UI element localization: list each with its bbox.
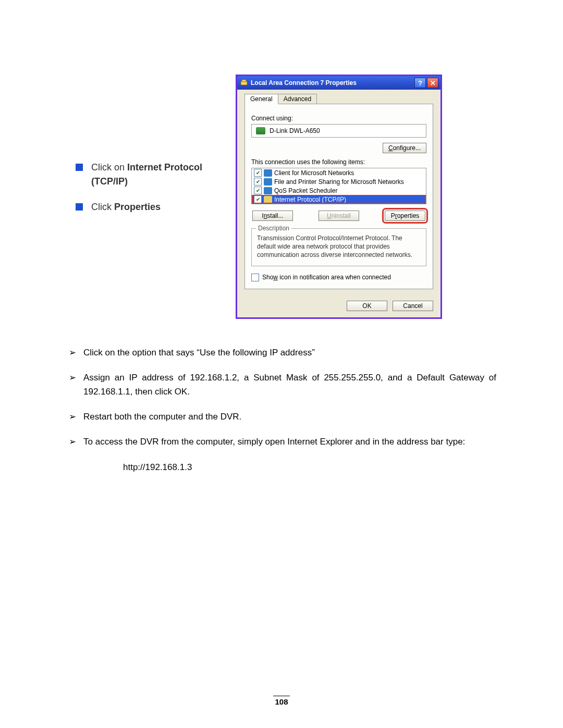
step-2: ➢ Assign an IP address of 192.168.1.2, a… [69,371,496,399]
arrow-bullet-icon: ➢ [69,346,83,360]
item-file-printer-sharing[interactable]: File and Printer Sharing for Microsoft N… [252,177,426,186]
description-text: Transmission Control Protocol/Internet P… [257,234,421,260]
properties-dialog: Local Area Connection 7 Properties ? ✕ G… [236,75,442,319]
instruction-1: Click on Internet Protocol (TCP/IP) [76,161,222,189]
item-label: Internet Protocol (TCP/IP) [274,196,346,203]
tab-general[interactable]: General [244,94,278,104]
item-client-microsoft-networks[interactable]: Client for Microsoft Networks [252,168,426,177]
step-3-text: Restart both the computer and the DVR. [83,410,496,424]
page-number-rule [273,696,290,696]
ok-button[interactable]: OK [347,301,387,311]
left-instructions: Click on Internet Protocol (TCP/IP) Clic… [76,161,222,226]
network-icon [240,79,248,87]
checkbox-icon[interactable] [254,169,262,177]
instruction-2-text: Click Properties [91,200,222,214]
page-number: 108 [0,696,563,706]
configure-label: onfigure... [393,144,421,152]
arrow-bullet-icon: ➢ [69,435,83,449]
adapter-name: D-Link DWL-A650 [270,127,320,134]
checkbox-icon[interactable] [251,274,259,281]
show-icon-label: Show icon in notification area when conn… [262,274,391,281]
checkbox-icon[interactable] [254,187,262,194]
tabs: General Advanced [244,94,433,104]
square-bullet-icon [76,203,83,211]
instruction-2-prefix: Click [91,202,114,212]
description-title: Description [256,225,291,232]
example-url: http://192.168.1.3 [123,461,496,474]
step-1-text: Click on the option that says “Use the f… [83,346,496,360]
step-2-text: Assign an IP address of 192.168.1.2, a S… [83,371,496,399]
page-number-value: 108 [275,697,288,706]
instruction-2-bold: Properties [114,202,161,212]
tab-panel-general: Connect using: D-Link DWL-A650 Configure… [244,104,433,289]
arrow-bullet-icon: ➢ [69,371,83,399]
step-1: ➢ Click on the option that says “Use the… [69,346,496,360]
dialog-titlebar[interactable]: Local Area Connection 7 Properties ? ✕ [237,76,440,90]
steps-list: ➢ Click on the option that says “Use the… [69,346,496,474]
properties-button[interactable]: Properties [385,211,425,221]
service-icon [264,187,272,194]
configure-button[interactable]: Configure... [383,143,426,153]
arrow-bullet-icon: ➢ [69,410,83,424]
cancel-button[interactable]: Cancel [393,301,433,311]
square-bullet-icon [76,164,83,171]
item-label: QoS Packet Scheduler [274,187,337,194]
adapter-icon [256,127,265,134]
step-3: ➢ Restart both the computer and the DVR. [69,410,496,424]
items-label: This connection uses the following items… [251,158,426,166]
show-icon-row[interactable]: Show icon in notification area when conn… [251,274,426,281]
instruction-1-text: Click on Internet Protocol (TCP/IP) [91,161,222,189]
connect-using-label: Connect using: [251,115,426,122]
dialog-body: General Advanced Connect using: D-Link D… [237,90,440,295]
protocol-icon [264,196,272,203]
checkbox-icon[interactable] [254,178,262,186]
help-button[interactable]: ? [414,78,426,88]
item-button-row: Install... Uninstall Properties [251,211,426,221]
uninstall-button: Uninstall [319,211,359,221]
tab-advanced[interactable]: Advanced [278,94,317,104]
description-group: Description Transmission Control Protoco… [251,228,426,266]
install-button[interactable]: Install... [252,211,293,221]
service-icon [264,178,272,186]
dialog-footer: OK Cancel [237,295,440,317]
item-internet-protocol-tcpip[interactable]: Internet Protocol (TCP/IP) [252,195,426,204]
connection-items-list[interactable]: Client for Microsoft Networks File and P… [251,168,426,204]
adapter-box[interactable]: D-Link DWL-A650 [251,124,426,138]
close-button[interactable]: ✕ [427,78,438,88]
step-4-text: To access the DVR from the computer, sim… [83,435,496,449]
item-label: Client for Microsoft Networks [274,169,354,177]
dialog-title: Local Area Connection 7 Properties [251,79,357,87]
checkbox-icon[interactable] [254,195,262,203]
svg-rect-1 [242,80,246,82]
instruction-1-prefix: Click on [91,162,127,172]
instruction-2: Click Properties [76,200,222,214]
item-qos-scheduler[interactable]: QoS Packet Scheduler [252,186,426,195]
item-label: File and Printer Sharing for Microsoft N… [274,178,404,186]
step-4: ➢ To access the DVR from the computer, s… [69,435,496,449]
service-icon [264,169,272,177]
